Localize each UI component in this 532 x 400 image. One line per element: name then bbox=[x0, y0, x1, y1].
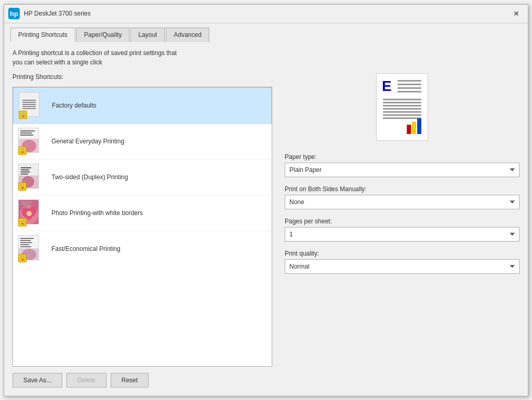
pages-per-sheet-label: Pages per sheet: bbox=[285, 218, 520, 225]
tab-layout[interactable]: Layout bbox=[130, 28, 165, 42]
reset-button[interactable]: Reset bbox=[111, 373, 149, 388]
print-quality-select[interactable]: Draft Normal Best bbox=[285, 259, 520, 274]
preview-body-line-3 bbox=[383, 105, 421, 106]
shortcut-name-photo: Photo Printing-with white borders bbox=[51, 209, 143, 217]
shortcut-icon-duplex: 🔒 bbox=[18, 164, 45, 191]
svg-rect-13 bbox=[21, 171, 30, 172]
bar-red bbox=[407, 125, 411, 134]
lock-badge-fast: 🔒 bbox=[18, 254, 26, 262]
factory-line-2 bbox=[22, 102, 36, 103]
preview-body-line-4 bbox=[383, 108, 421, 110]
lock-badge-photo: 🔒 bbox=[18, 218, 26, 226]
both-sides-label: Print on Both Sides Manually: bbox=[285, 185, 520, 193]
bar-blue bbox=[417, 118, 421, 134]
shortcuts-list: 🔒 Factory defaults bbox=[12, 87, 272, 367]
factory-line-1 bbox=[22, 100, 36, 101]
hp-logo-icon: hp bbox=[8, 8, 20, 19]
lock-badge-duplex: 🔒 bbox=[18, 182, 26, 191]
description-line1: A Printing shortcut is a collection of s… bbox=[12, 48, 520, 58]
preview-body-line-1 bbox=[383, 99, 421, 100]
both-sides-group: Print on Both Sides Manually: None Flip … bbox=[285, 185, 520, 209]
svg-rect-26 bbox=[20, 238, 34, 239]
description-line2: you can select with a single click bbox=[12, 58, 520, 67]
preview-letter-e: E bbox=[382, 79, 392, 94]
paper-type-group: Paper type: Plain Paper HP Advanced Phot… bbox=[285, 153, 520, 177]
shortcut-name-everyday: General Everyday Printing bbox=[51, 138, 124, 145]
print-quality-label: Print quality: bbox=[285, 250, 520, 257]
preview-line-4 bbox=[397, 91, 421, 92]
shortcut-icon-photo: 🔒 bbox=[18, 199, 45, 226]
factory-line-3 bbox=[22, 104, 36, 105]
shortcut-icon-everyday: 🔒 bbox=[18, 128, 45, 155]
shortcut-name-fast: Fast/Economical Printing bbox=[51, 245, 121, 252]
svg-rect-11 bbox=[21, 167, 31, 168]
svg-text:hp: hp bbox=[10, 10, 18, 18]
shortcut-factory-defaults[interactable]: 🔒 Factory defaults bbox=[13, 87, 272, 124]
title-bar: hp HP DeskJet 3700 series ✕ bbox=[4, 5, 528, 23]
preview-bar-chart bbox=[407, 118, 421, 134]
svg-rect-21 bbox=[21, 202, 32, 203]
svg-rect-29 bbox=[20, 244, 29, 245]
bar-yellow bbox=[412, 122, 416, 134]
shortcut-everyday-printing[interactable]: 🔒 General Everyday Printing bbox=[13, 124, 272, 159]
title-bar-left: hp HP DeskJet 3700 series bbox=[8, 8, 509, 19]
shortcuts-label: Printing Shortcuts: bbox=[12, 73, 272, 81]
shortcut-fast-printing[interactable]: 🔒 Fast/Economical Printing bbox=[13, 231, 272, 266]
lock-badge-factory: 🔒 bbox=[19, 111, 27, 119]
factory-line-5 bbox=[22, 108, 36, 109]
svg-rect-30 bbox=[20, 246, 31, 247]
page-preview: E bbox=[376, 73, 428, 141]
close-button[interactable]: ✕ bbox=[509, 6, 524, 21]
print-quality-group: Print quality: Draft Normal Best bbox=[285, 250, 520, 274]
svg-rect-12 bbox=[21, 169, 29, 170]
shortcut-photo-printing[interactable]: 🔒 Photo Printing-with white borders bbox=[13, 195, 272, 231]
shortcut-name-duplex: Two-sided (Duplex) Printing bbox=[51, 174, 128, 181]
preview-area: E bbox=[285, 73, 520, 141]
tab-paper-quality[interactable]: Paper/Quality bbox=[76, 28, 130, 42]
preview-line-3 bbox=[397, 87, 421, 89]
preview-body-line-5 bbox=[383, 111, 421, 113]
svg-rect-27 bbox=[20, 240, 31, 241]
shortcut-icon-fast: 🔒 bbox=[18, 235, 45, 262]
preview-line-2 bbox=[397, 84, 421, 85]
svg-rect-5 bbox=[20, 130, 35, 131]
left-panel: Printing Shortcuts: 🔒 bbox=[12, 73, 272, 388]
paper-type-select[interactable]: Plain Paper HP Advanced Photo Paper HP E… bbox=[285, 163, 520, 177]
page-preview-content: E bbox=[381, 78, 423, 136]
printer-dialog: hp HP DeskJet 3700 series ✕ Printing Sho… bbox=[4, 4, 528, 396]
tab-printing-shortcuts[interactable]: Printing Shortcuts bbox=[10, 28, 75, 42]
factory-line-4 bbox=[22, 106, 36, 107]
description-text: A Printing shortcut is a collection of s… bbox=[12, 48, 520, 67]
delete-button[interactable]: Delete bbox=[66, 373, 107, 388]
pages-per-sheet-select[interactable]: 1 2 4 6 9 16 bbox=[285, 227, 520, 242]
svg-rect-6 bbox=[20, 132, 32, 134]
main-area: Printing Shortcuts: 🔒 bbox=[12, 73, 520, 388]
preview-body-line-6 bbox=[383, 114, 421, 116]
tab-advanced[interactable]: Advanced bbox=[166, 28, 209, 42]
shortcut-name-factory: Factory defaults bbox=[52, 102, 96, 109]
action-buttons: Save As... Delete Reset bbox=[12, 373, 272, 388]
svg-rect-28 bbox=[20, 242, 32, 243]
preview-line-1 bbox=[397, 80, 421, 82]
shortcut-icon-factory: 🔒 bbox=[19, 92, 46, 119]
svg-rect-7 bbox=[20, 135, 33, 136]
window-title: HP DeskJet 3700 series bbox=[24, 10, 91, 17]
shortcut-duplex-printing[interactable]: 🔒 Two-sided (Duplex) Printing bbox=[13, 159, 272, 195]
preview-body-lines bbox=[383, 99, 421, 119]
lock-badge-everyday: 🔒 bbox=[18, 146, 26, 155]
svg-rect-14 bbox=[21, 174, 28, 175]
tabs-container: Printing Shortcuts Paper/Quality Layout … bbox=[4, 23, 528, 42]
svg-point-20 bbox=[26, 211, 32, 216]
paper-type-label: Paper type: bbox=[285, 153, 520, 161]
tab-content: A Printing shortcut is a collection of s… bbox=[4, 42, 528, 396]
preview-body-line-2 bbox=[383, 102, 421, 103]
preview-lines bbox=[397, 80, 421, 92]
pages-per-sheet-group: Pages per sheet: 1 2 4 6 9 16 bbox=[285, 218, 520, 242]
both-sides-select[interactable]: None Flip on Long Edge Flip on Short Edg… bbox=[285, 195, 520, 209]
save-as-button[interactable]: Save As... bbox=[12, 373, 62, 388]
svg-rect-22 bbox=[21, 204, 30, 205]
right-panel: E bbox=[285, 73, 520, 388]
